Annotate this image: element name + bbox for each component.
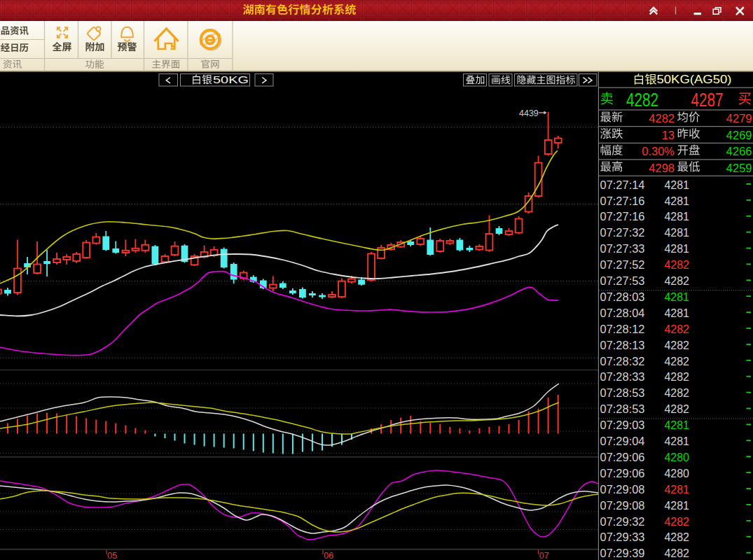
svg-text:4282: 4282 bbox=[664, 356, 689, 368]
svg-text:4266: 4266 bbox=[726, 145, 752, 158]
svg-text:4282: 4282 bbox=[626, 90, 658, 111]
svg-text:07:29:04: 07:29:04 bbox=[600, 435, 645, 447]
svg-text:4282: 4282 bbox=[664, 547, 689, 559]
svg-text:50KG: 50KG bbox=[213, 74, 249, 85]
svg-text:4281: 4281 bbox=[664, 500, 689, 512]
svg-text:4298: 4298 bbox=[649, 162, 675, 174]
svg-text:07:29:06: 07:29:06 bbox=[600, 451, 645, 463]
svg-text:4282: 4282 bbox=[664, 259, 689, 271]
svg-text:07:29:06: 07:29:06 bbox=[600, 468, 645, 479]
svg-text:4282: 4282 bbox=[664, 323, 689, 335]
svg-text:4282: 4282 bbox=[664, 340, 689, 351]
svg-text:4282: 4282 bbox=[664, 531, 689, 543]
svg-text:4282: 4282 bbox=[664, 371, 689, 383]
svg-text:4281: 4281 bbox=[664, 419, 689, 431]
svg-text:4439: 4439 bbox=[519, 108, 539, 118]
svg-text:0.30%: 0.30% bbox=[642, 145, 675, 158]
svg-text:4281: 4281 bbox=[664, 227, 689, 239]
svg-text:07:28:12: 07:28:12 bbox=[600, 323, 645, 335]
svg-text:07:28:32: 07:28:32 bbox=[600, 356, 645, 368]
svg-text:05: 05 bbox=[107, 551, 117, 560]
svg-text:07:27:33: 07:27:33 bbox=[600, 243, 645, 255]
svg-text:07:29:33: 07:29:33 bbox=[600, 531, 645, 543]
svg-text:07:29:08: 07:29:08 bbox=[600, 484, 645, 496]
svg-text:07:29:03: 07:29:03 bbox=[600, 419, 645, 431]
svg-text:07:28:33: 07:28:33 bbox=[600, 371, 645, 383]
svg-text:07:27:16: 07:27:16 bbox=[600, 211, 645, 223]
svg-text:07:28:53: 07:28:53 bbox=[600, 403, 645, 415]
svg-text:4282: 4282 bbox=[664, 516, 689, 528]
svg-text:4269: 4269 bbox=[726, 129, 752, 141]
svg-text:07:27:52: 07:27:52 bbox=[600, 259, 645, 271]
svg-text:4282: 4282 bbox=[664, 387, 689, 399]
svg-text:4281: 4281 bbox=[664, 211, 689, 223]
svg-text:4282: 4282 bbox=[664, 403, 689, 415]
svg-text:07:28:13: 07:28:13 bbox=[600, 340, 645, 351]
svg-text:4280: 4280 bbox=[664, 468, 689, 479]
svg-text:07:29:32: 07:29:32 bbox=[600, 516, 645, 528]
svg-text:07: 07 bbox=[539, 551, 549, 560]
svg-text:4281: 4281 bbox=[664, 484, 689, 496]
svg-text:4281: 4281 bbox=[664, 179, 689, 191]
svg-text:4281: 4281 bbox=[664, 435, 689, 447]
svg-text:07:28:53: 07:28:53 bbox=[600, 387, 645, 399]
svg-text:4259: 4259 bbox=[726, 162, 752, 174]
svg-text:07:27:32: 07:27:32 bbox=[600, 227, 645, 239]
svg-text:07:27:14: 07:27:14 bbox=[600, 179, 645, 191]
svg-text:13: 13 bbox=[662, 129, 675, 141]
svg-text:07:28:03: 07:28:03 bbox=[600, 291, 645, 303]
svg-text:4280: 4280 bbox=[664, 451, 689, 463]
svg-text:4281: 4281 bbox=[664, 195, 689, 207]
svg-text:4281: 4281 bbox=[664, 291, 689, 303]
svg-text:4281: 4281 bbox=[664, 243, 689, 255]
svg-text:06: 06 bbox=[324, 551, 333, 560]
svg-text:07:27:16: 07:27:16 bbox=[600, 195, 645, 207]
svg-text:07:28:04: 07:28:04 bbox=[600, 307, 645, 319]
svg-text:4279: 4279 bbox=[726, 112, 752, 125]
svg-text:50KG(AG50): 50KG(AG50) bbox=[657, 73, 732, 85]
svg-text:4282: 4282 bbox=[664, 275, 689, 287]
svg-text:4281: 4281 bbox=[664, 307, 689, 319]
svg-text:07:29:39: 07:29:39 bbox=[600, 547, 645, 559]
svg-text:4287: 4287 bbox=[691, 90, 724, 111]
svg-text:07:27:53: 07:27:53 bbox=[600, 275, 645, 287]
svg-text:4282: 4282 bbox=[649, 112, 675, 125]
svg-text:07:29:08: 07:29:08 bbox=[600, 500, 645, 512]
